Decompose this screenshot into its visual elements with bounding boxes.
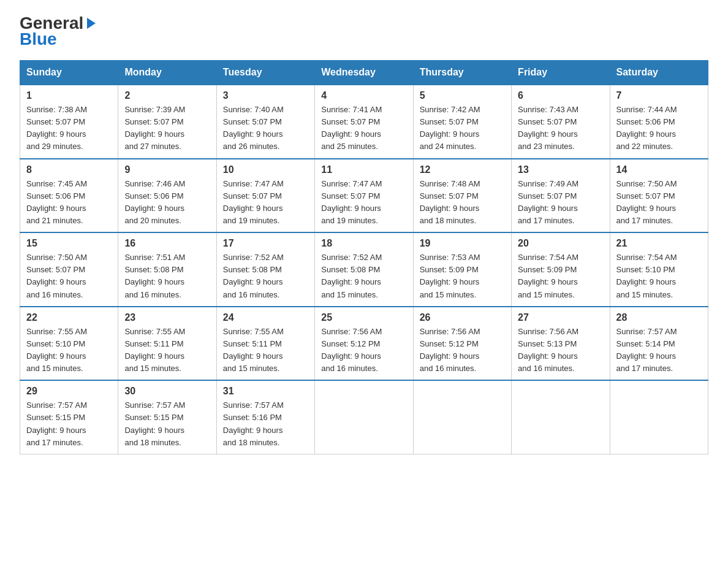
- calendar-day-cell: 12Sunrise: 7:48 AMSunset: 5:07 PMDayligh…: [413, 159, 511, 233]
- calendar-week-row: 22Sunrise: 7:55 AMSunset: 5:10 PMDayligh…: [20, 307, 708, 381]
- calendar-day-cell: 28Sunrise: 7:57 AMSunset: 5:14 PMDayligh…: [610, 307, 708, 381]
- day-info: Sunrise: 7:50 AMSunset: 5:07 PMDaylight:…: [616, 179, 677, 225]
- day-info: Sunrise: 7:49 AMSunset: 5:07 PMDaylight:…: [518, 179, 578, 225]
- calendar-table: SundayMondayTuesdayWednesdayThursdayFrid…: [20, 60, 708, 454]
- calendar-week-row: 1Sunrise: 7:38 AMSunset: 5:07 PMDaylight…: [20, 85, 708, 159]
- logo: General Blue: [20, 15, 98, 49]
- day-info: Sunrise: 7:53 AMSunset: 5:09 PMDaylight:…: [420, 253, 480, 299]
- logo-arrow-icon: [85, 17, 98, 30]
- calendar-week-row: 15Sunrise: 7:50 AMSunset: 5:07 PMDayligh…: [20, 232, 708, 307]
- day-info: Sunrise: 7:45 AMSunset: 5:06 PMDaylight:…: [26, 179, 87, 225]
- day-number: 21: [616, 238, 702, 249]
- day-number: 9: [124, 164, 210, 175]
- day-number: 20: [518, 238, 603, 249]
- day-info: Sunrise: 7:54 AMSunset: 5:09 PMDaylight:…: [518, 253, 578, 299]
- day-info: Sunrise: 7:40 AMSunset: 5:07 PMDaylight:…: [223, 105, 284, 151]
- day-info: Sunrise: 7:38 AMSunset: 5:07 PMDaylight:…: [26, 105, 87, 151]
- day-info: Sunrise: 7:57 AMSunset: 5:14 PMDaylight:…: [616, 327, 677, 373]
- page-header: General Blue: [20, 15, 708, 49]
- day-number: 17: [223, 238, 308, 249]
- calendar-day-cell: 14Sunrise: 7:50 AMSunset: 5:07 PMDayligh…: [610, 159, 708, 233]
- day-info: Sunrise: 7:47 AMSunset: 5:07 PMDaylight:…: [321, 179, 382, 225]
- day-number: 22: [26, 312, 112, 323]
- day-number: 28: [616, 312, 702, 323]
- header-thursday: Thursday: [413, 61, 511, 85]
- day-info: Sunrise: 7:55 AMSunset: 5:11 PMDaylight:…: [223, 327, 284, 373]
- day-number: 6: [518, 90, 603, 101]
- day-number: 8: [26, 164, 112, 175]
- calendar-day-cell: 23Sunrise: 7:55 AMSunset: 5:11 PMDayligh…: [118, 307, 216, 381]
- day-number: 3: [223, 90, 308, 101]
- day-info: Sunrise: 7:56 AMSunset: 5:13 PMDaylight:…: [518, 327, 578, 373]
- calendar-empty-cell: [413, 380, 511, 454]
- day-number: 7: [616, 90, 702, 101]
- header-saturday: Saturday: [610, 61, 708, 85]
- day-info: Sunrise: 7:55 AMSunset: 5:11 PMDaylight:…: [124, 327, 185, 373]
- calendar-header-row: SundayMondayTuesdayWednesdayThursdayFrid…: [20, 61, 708, 85]
- calendar-day-cell: 11Sunrise: 7:47 AMSunset: 5:07 PMDayligh…: [315, 159, 413, 233]
- day-info: Sunrise: 7:52 AMSunset: 5:08 PMDaylight:…: [321, 253, 382, 299]
- svg-marker-0: [87, 18, 96, 29]
- day-number: 29: [26, 386, 112, 397]
- calendar-day-cell: 2Sunrise: 7:39 AMSunset: 5:07 PMDaylight…: [118, 85, 216, 159]
- calendar-day-cell: 16Sunrise: 7:51 AMSunset: 5:08 PMDayligh…: [118, 232, 216, 307]
- calendar-day-cell: 21Sunrise: 7:54 AMSunset: 5:10 PMDayligh…: [610, 232, 708, 307]
- day-number: 11: [321, 164, 406, 175]
- day-info: Sunrise: 7:56 AMSunset: 5:12 PMDaylight:…: [321, 327, 382, 373]
- header-friday: Friday: [512, 61, 610, 85]
- calendar-week-row: 8Sunrise: 7:45 AMSunset: 5:06 PMDaylight…: [20, 159, 708, 233]
- calendar-day-cell: 1Sunrise: 7:38 AMSunset: 5:07 PMDaylight…: [20, 85, 118, 159]
- day-number: 18: [321, 238, 406, 249]
- day-number: 12: [420, 164, 505, 175]
- calendar-day-cell: 25Sunrise: 7:56 AMSunset: 5:12 PMDayligh…: [315, 307, 413, 381]
- logo-blue-text: Blue: [20, 29, 57, 49]
- calendar-day-cell: 30Sunrise: 7:57 AMSunset: 5:15 PMDayligh…: [118, 380, 216, 454]
- day-number: 27: [518, 312, 603, 323]
- day-number: 19: [420, 238, 505, 249]
- day-number: 10: [223, 164, 308, 175]
- calendar-day-cell: 20Sunrise: 7:54 AMSunset: 5:09 PMDayligh…: [512, 232, 610, 307]
- day-info: Sunrise: 7:50 AMSunset: 5:07 PMDaylight:…: [26, 253, 87, 299]
- calendar-day-cell: 31Sunrise: 7:57 AMSunset: 5:16 PMDayligh…: [216, 380, 314, 454]
- calendar-day-cell: 6Sunrise: 7:43 AMSunset: 5:07 PMDaylight…: [512, 85, 610, 159]
- header-wednesday: Wednesday: [315, 61, 413, 85]
- calendar-empty-cell: [315, 380, 413, 454]
- calendar-day-cell: 9Sunrise: 7:46 AMSunset: 5:06 PMDaylight…: [118, 159, 216, 233]
- day-info: Sunrise: 7:57 AMSunset: 5:15 PMDaylight:…: [124, 400, 185, 446]
- header-monday: Monday: [118, 61, 216, 85]
- calendar-day-cell: 26Sunrise: 7:56 AMSunset: 5:12 PMDayligh…: [413, 307, 511, 381]
- day-number: 16: [124, 238, 210, 249]
- calendar-week-row: 29Sunrise: 7:57 AMSunset: 5:15 PMDayligh…: [20, 380, 708, 454]
- day-number: 13: [518, 164, 603, 175]
- day-number: 25: [321, 312, 406, 323]
- calendar-empty-cell: [610, 380, 708, 454]
- day-info: Sunrise: 7:39 AMSunset: 5:07 PMDaylight:…: [124, 105, 185, 151]
- day-number: 30: [124, 386, 210, 397]
- day-info: Sunrise: 7:57 AMSunset: 5:16 PMDaylight:…: [223, 400, 284, 446]
- header-sunday: Sunday: [20, 61, 118, 85]
- calendar-day-cell: 29Sunrise: 7:57 AMSunset: 5:15 PMDayligh…: [20, 380, 118, 454]
- day-info: Sunrise: 7:54 AMSunset: 5:10 PMDaylight:…: [616, 253, 677, 299]
- day-number: 4: [321, 90, 406, 101]
- calendar-day-cell: 7Sunrise: 7:44 AMSunset: 5:06 PMDaylight…: [610, 85, 708, 159]
- day-number: 23: [124, 312, 210, 323]
- day-info: Sunrise: 7:46 AMSunset: 5:06 PMDaylight:…: [124, 179, 185, 225]
- day-info: Sunrise: 7:55 AMSunset: 5:10 PMDaylight:…: [26, 327, 87, 373]
- day-info: Sunrise: 7:56 AMSunset: 5:12 PMDaylight:…: [420, 327, 480, 373]
- calendar-day-cell: 13Sunrise: 7:49 AMSunset: 5:07 PMDayligh…: [512, 159, 610, 233]
- day-info: Sunrise: 7:41 AMSunset: 5:07 PMDaylight:…: [321, 105, 382, 151]
- calendar-day-cell: 5Sunrise: 7:42 AMSunset: 5:07 PMDaylight…: [413, 85, 511, 159]
- day-number: 31: [223, 386, 308, 397]
- day-number: 1: [26, 90, 112, 101]
- calendar-day-cell: 18Sunrise: 7:52 AMSunset: 5:08 PMDayligh…: [315, 232, 413, 307]
- day-info: Sunrise: 7:51 AMSunset: 5:08 PMDaylight:…: [124, 253, 185, 299]
- day-number: 15: [26, 238, 112, 249]
- calendar-day-cell: 19Sunrise: 7:53 AMSunset: 5:09 PMDayligh…: [413, 232, 511, 307]
- calendar-day-cell: 24Sunrise: 7:55 AMSunset: 5:11 PMDayligh…: [216, 307, 314, 381]
- day-info: Sunrise: 7:44 AMSunset: 5:06 PMDaylight:…: [616, 105, 677, 151]
- calendar-day-cell: 17Sunrise: 7:52 AMSunset: 5:08 PMDayligh…: [216, 232, 314, 307]
- day-number: 14: [616, 164, 702, 175]
- day-info: Sunrise: 7:48 AMSunset: 5:07 PMDaylight:…: [420, 179, 480, 225]
- calendar-day-cell: 10Sunrise: 7:47 AMSunset: 5:07 PMDayligh…: [216, 159, 314, 233]
- calendar-day-cell: 15Sunrise: 7:50 AMSunset: 5:07 PMDayligh…: [20, 232, 118, 307]
